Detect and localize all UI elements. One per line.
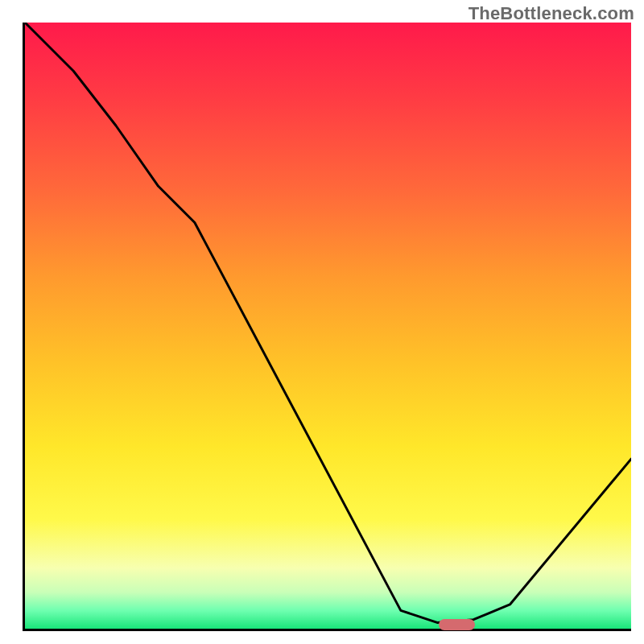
- bottleneck-curve: [25, 23, 631, 629]
- optimal-marker: [439, 619, 475, 630]
- plot-area: [23, 23, 631, 631]
- chart-frame: TheBottleneck.com: [0, 0, 644, 644]
- curve-path: [25, 23, 631, 622]
- watermark-text: TheBottleneck.com: [469, 3, 634, 24]
